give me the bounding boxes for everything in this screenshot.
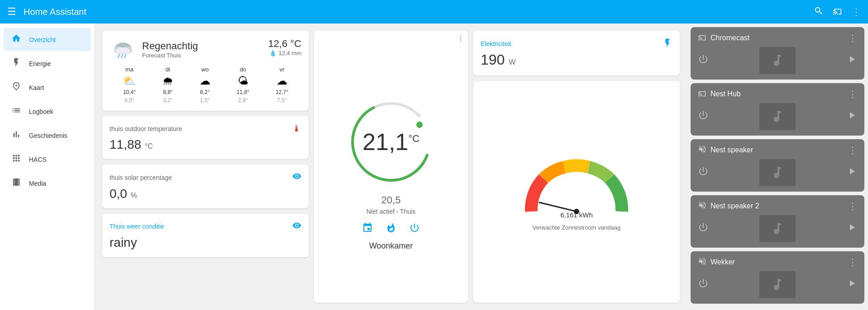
column-3: Elektriciteit 190 W: [473, 31, 680, 303]
nest-speaker-title-row: Nest speaker: [698, 145, 753, 155]
solar-percentage-value: 0,0 %: [110, 187, 301, 201]
forecast-day-0: ma ⛅ 10,4° 6,5°: [123, 66, 136, 103]
nest-speaker-2-footer: [698, 215, 857, 242]
thermostat-flame-icon[interactable]: [386, 222, 396, 236]
column-1: Regenachtig Forecast Thuis 12,6 °C 💧 12,…: [102, 31, 309, 303]
outdoor-temp-unit: °C: [145, 142, 153, 150]
electricity-value: 190 W: [481, 52, 672, 68]
nest-speaker-2-album-art: [759, 215, 796, 242]
nest-hub-album-art: [759, 103, 796, 130]
forecast-day-1: di 🌧 8,8° 3,2°: [162, 66, 173, 103]
forecast-day-2: wo ☁ 8,2° 1,5°: [200, 66, 210, 103]
chromecast-icon: [698, 33, 707, 43]
weather-condition-value: rainy: [110, 235, 301, 250]
sidebar-item-history[interactable]: Geschiedenis: [4, 124, 91, 147]
content-area: Overzicht Energie Kaart Logboek Geschied…: [0, 23, 868, 310]
electricity-unit: W: [509, 58, 515, 66]
forecast-icon-0: ⛅: [123, 75, 136, 87]
chromecast-name: Chromecast: [711, 34, 749, 42]
nest-hub-power-icon[interactable]: [698, 110, 709, 123]
sidebar-item-overview[interactable]: Overzicht: [4, 28, 91, 51]
thermostat-calendar-icon[interactable]: [362, 222, 373, 236]
nest-speaker-icon: [698, 145, 707, 155]
map-icon: [11, 81, 22, 94]
media-device-nest-speaker: Nest speaker ⋮: [691, 139, 864, 192]
nest-hub-menu-icon[interactable]: ⋮: [848, 89, 857, 99]
nest-speaker-play-icon[interactable]: [846, 166, 857, 179]
thermostat-menu-icon[interactable]: ⋮: [457, 34, 464, 43]
forecast-high-4: 12,7°: [276, 89, 288, 95]
forecast-day-name-4: vr: [280, 66, 285, 73]
sidebar-label-media: Media: [29, 180, 46, 187]
forecast-icon-2: ☁: [200, 75, 210, 87]
sidebar-item-map[interactable]: Kaart: [4, 76, 91, 99]
chromecast-power-icon[interactable]: [698, 54, 709, 67]
nest-speaker-header: Nest speaker ⋮: [698, 145, 857, 155]
svg-line-4: [118, 54, 119, 58]
svg-line-10: [539, 202, 577, 211]
sidebar-item-hacs[interactable]: HACS: [4, 148, 91, 171]
electricity-header: Elektriciteit: [481, 38, 672, 50]
forecast-day-name-0: ma: [125, 66, 134, 73]
history-icon: [11, 129, 22, 141]
forecast-day-name-1: di: [166, 66, 170, 73]
thermostat-power-icon[interactable]: [409, 222, 420, 236]
sidebar-item-energy[interactable]: Energie: [4, 52, 91, 75]
wekker-menu-icon[interactable]: ⋮: [848, 257, 857, 268]
weather-icon-title: Regenachtig Forecast Thuis: [110, 38, 198, 61]
nest-hub-name: Nest Hub: [711, 90, 741, 98]
weather-forecast: ma ⛅ 10,4° 6,5° di 🌧 8,8° 3,2° wo ☁: [110, 66, 301, 103]
thermostat-unit: °C: [408, 132, 420, 144]
forecast-icon-3: 🌤: [238, 75, 248, 87]
media-device-nest-hub: Nest Hub ⋮: [691, 83, 864, 136]
cast-icon[interactable]: [833, 6, 843, 18]
thermostat-main-temp: 21,1°C: [362, 130, 420, 154]
more-options-icon[interactable]: ⋮: [852, 6, 861, 17]
forecast-day-4: vr ☁ 12,7° 7,5°: [276, 66, 288, 103]
search-icon[interactable]: [814, 6, 824, 18]
weather-text-block: Regenachtig Forecast Thuis: [142, 40, 198, 59]
nest-speaker-2-play-icon[interactable]: [846, 222, 857, 235]
wekker-icon: [698, 257, 707, 268]
weather-condition-icon: [110, 38, 137, 61]
thermostat-status: Niet actief - Thuis: [367, 208, 416, 215]
electricity-icon: [663, 38, 672, 50]
forecast-low-1: 3,2°: [163, 97, 172, 103]
nest-speaker-2-power-icon[interactable]: [698, 222, 709, 235]
app-header: ☰ Home Assistant ⋮: [0, 0, 868, 23]
overview-icon: [11, 33, 22, 46]
nest-speaker-power-icon[interactable]: [698, 166, 709, 179]
wekker-play-icon[interactable]: [846, 278, 857, 291]
gauge-svg: [518, 153, 635, 221]
weather-temperature: 12,6 °C: [268, 38, 301, 50]
nest-speaker-menu-icon[interactable]: ⋮: [848, 145, 857, 155]
weather-card: Regenachtig Forecast Thuis 12,6 °C 💧 12,…: [102, 31, 309, 111]
nest-speaker-2-menu-icon[interactable]: ⋮: [848, 201, 857, 211]
nest-speaker-2-title-row: Nest speaker 2: [698, 201, 759, 211]
nest-speaker-footer: [698, 159, 857, 186]
sidebar-item-logbook[interactable]: Logboek: [4, 100, 91, 123]
svg-point-9: [416, 122, 423, 128]
column-2: ⋮ 21,1°C: [314, 31, 468, 303]
sidebar-item-media[interactable]: Media: [4, 172, 91, 195]
weather-condition-name: Regenachtig: [142, 40, 198, 52]
wekker-name: Wekker: [711, 258, 735, 266]
nest-hub-icon: [698, 89, 707, 99]
nest-hub-play-icon[interactable]: [846, 110, 857, 123]
svg-line-6: [124, 54, 126, 58]
sidebar-label-history: Geschiedenis: [29, 132, 67, 139]
nest-speaker-album-art: [759, 159, 796, 186]
weather-condition-title: Thuis weer conditie: [110, 223, 164, 230]
forecast-day-name-3: do: [240, 66, 246, 73]
thermostat-card: ⋮ 21,1°C: [314, 31, 468, 303]
chromecast-play-icon[interactable]: [846, 54, 857, 67]
gauge-value: 6,161 kWh: [560, 211, 593, 219]
wekker-power-icon[interactable]: [698, 278, 709, 291]
nest-hub-header: Nest Hub ⋮: [698, 89, 857, 99]
nest-speaker-2-name: Nest speaker 2: [711, 202, 759, 210]
nest-speaker-2-header: Nest speaker 2 ⋮: [698, 201, 857, 211]
menu-icon[interactable]: ☰: [7, 6, 16, 18]
sidebar-label-overview: Overzicht: [29, 36, 56, 43]
forecast-low-0: 6,5°: [124, 97, 134, 103]
chromecast-menu-icon[interactable]: ⋮: [848, 33, 857, 43]
